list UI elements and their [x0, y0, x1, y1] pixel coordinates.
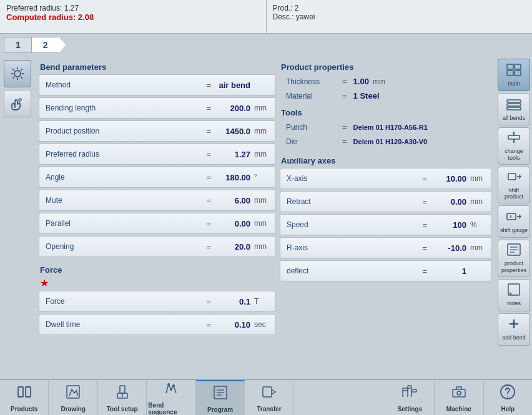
svg-rect-12	[508, 173, 516, 180]
force-section-title: Force	[39, 263, 276, 277]
right-btn-shift-product[interactable]: shift product	[498, 167, 530, 204]
param-parallel-value: 0.00	[216, 219, 250, 228]
param-force-label: Force	[46, 297, 201, 306]
right-btn-shift-gauge-label: shift gauge	[500, 227, 528, 234]
help-icon	[499, 383, 516, 404]
svg-point-1	[19, 99, 21, 101]
param-force-value: 0.1	[216, 297, 250, 306]
desc-text: Desc.: yawei	[273, 12, 526, 21]
param-dwell-time: Dwell time = 0.10 sec	[39, 314, 276, 335]
aux-speed-label: Speed	[287, 220, 417, 229]
param-angle: Angle = 180.00 °	[39, 167, 276, 188]
preferred-radius-value: 1.27	[64, 4, 79, 12]
computed-radius-value: 2.08	[78, 12, 94, 22]
right-btn-notes[interactable]: notes	[498, 279, 530, 311]
right-btn-shift-gauge[interactable]: shift gauge	[498, 205, 530, 238]
param-bending-length: Bending length = 200.0 mm	[39, 97, 276, 119]
add-bend-icon	[506, 317, 522, 333]
right-btn-all-bends[interactable]: all bends	[498, 93, 530, 125]
aux-raxis-label: R-axis	[287, 243, 417, 252]
force-star: ★	[40, 277, 49, 289]
computed-radius-label: Computed radius:	[6, 12, 76, 22]
right-btn-product-properties-label: product properties	[500, 260, 528, 274]
sidebar-settings-icon[interactable]	[4, 60, 31, 87]
aux-speed-value: 100	[432, 220, 466, 230]
toolbar-help-label: Help	[501, 406, 515, 413]
aux-deflect-label: deflect	[287, 266, 417, 275]
prod-text: Prod.: 2	[273, 4, 526, 12]
svg-rect-25	[120, 386, 125, 393]
param-preferred-radius-value: 1.27	[216, 150, 250, 159]
toolbar-products[interactable]: Products	[0, 380, 49, 415]
bend-sequence-icon	[162, 379, 180, 401]
main-content: Bend parameters Method = air bend Bendin…	[0, 56, 532, 379]
right-btn-main[interactable]: main	[498, 59, 530, 91]
prop-die-value: Delem 01 H120-A30-V0	[353, 138, 428, 145]
prop-material-value: 1 Steel	[353, 91, 380, 100]
toolbar-help[interactable]: Help	[484, 380, 532, 415]
param-angle-label: Angle	[46, 173, 201, 182]
param-bending-length-value: 200.0	[216, 104, 250, 113]
computed-radius-text: Computed radius: 2.08	[6, 12, 260, 22]
svg-rect-5	[515, 71, 521, 76]
sidebar-hand-icon[interactable]	[4, 90, 31, 117]
bend-params-title: Bend parameters	[39, 60, 276, 74]
aux-raxis: R-axis = -10.0 mm	[280, 237, 492, 258]
tools-title: Tools	[280, 105, 492, 120]
svg-point-45	[507, 396, 508, 397]
toolbar-settings[interactable]: Settings	[386, 380, 435, 415]
param-mute: Mute = 6.00 mm	[39, 190, 276, 211]
param-preferred-radius-label: Preferred radius	[46, 150, 201, 159]
right-btn-product-properties[interactable]: product properties	[498, 240, 530, 277]
prop-thickness-label: Thickness	[286, 77, 336, 86]
aux-retract-label: Retract	[287, 197, 417, 206]
toolbar-spacer	[294, 380, 386, 415]
aux-deflect-value: 1	[432, 266, 466, 276]
aux-xaxis-value: 10.00	[432, 174, 466, 183]
shift-gauge-icon	[506, 210, 522, 226]
toolbar-bend-sequence[interactable]: Bend sequence	[147, 380, 195, 415]
param-parallel: Parallel = 0.00 mm	[39, 213, 276, 234]
param-parallel-label: Parallel	[46, 219, 201, 228]
toolbar-machine[interactable]: Machine	[435, 380, 483, 415]
step-tab-2[interactable]: 2	[31, 37, 66, 53]
param-opening-label: Opening	[46, 242, 201, 251]
products-icon	[16, 383, 33, 404]
right-btn-all-bends-label: all bends	[503, 115, 525, 122]
right-btn-shift-product-label: shift product	[500, 187, 528, 201]
param-dwell-time-label: Dwell time	[46, 320, 201, 329]
program-icon	[212, 384, 229, 405]
prop-die-label: Die	[286, 137, 336, 146]
param-opening-value: 20.0	[216, 242, 250, 251]
product-properties-icon	[506, 243, 522, 259]
prop-punch-label: Punch	[286, 123, 336, 132]
prop-thickness-value: 1.00	[353, 77, 369, 86]
prop-thickness: Thickness = 1.00 mm	[280, 74, 492, 89]
param-preferred-radius: Preferred radius = 1.27 mm	[39, 144, 276, 165]
product-props-block: Product properties Thickness = 1.00 mm M…	[280, 60, 492, 103]
param-mute-label: Mute	[46, 196, 201, 205]
svg-point-0	[14, 71, 21, 77]
main-icon	[506, 63, 522, 79]
param-force: Force = 0.1 T	[39, 291, 276, 312]
top-bar: Preferred radius: 1.27 Computed radius: …	[0, 0, 532, 34]
right-btn-change-tools[interactable]: change tools	[498, 127, 530, 165]
toolbar-drawing[interactable]: Drawing	[49, 380, 97, 415]
toolbar-program[interactable]: Program	[196, 380, 245, 415]
aux-retract-value: 0.00	[432, 197, 466, 207]
toolbar-tool-setup[interactable]: Tool setup	[98, 380, 147, 415]
prop-punch-value: Delem 01 H170-A56-R1	[353, 124, 428, 131]
prop-material: Material = 1 Steel	[280, 89, 492, 103]
aux-xaxis-label: X-axis	[287, 174, 417, 183]
toolbar-transfer[interactable]: Transfer	[245, 380, 293, 415]
svg-rect-7	[507, 104, 521, 106]
svg-rect-3	[515, 64, 521, 69]
transfer-icon	[260, 383, 278, 404]
svg-point-28	[167, 383, 170, 386]
right-btn-add-bend[interactable]: add bend	[498, 313, 530, 346]
all-bends-icon	[506, 97, 522, 114]
left-sidebar	[0, 56, 35, 379]
svg-rect-38	[411, 389, 416, 392]
notes-icon	[506, 283, 522, 299]
toolbar-settings-label: Settings	[398, 406, 422, 413]
